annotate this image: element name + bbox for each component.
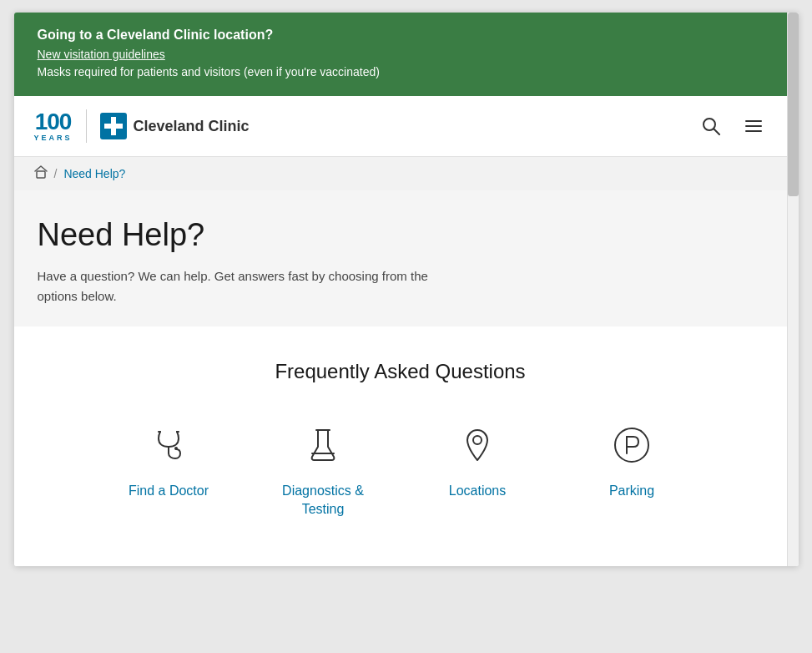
faq-title: Frequently Asked Questions <box>38 360 764 383</box>
breadcrumb-current[interactable]: Need Help? <box>63 167 125 180</box>
faq-section: Frequently Asked Questions Find a Doctor <box>14 326 787 566</box>
faq-item-locations[interactable]: Locations <box>401 413 555 507</box>
faq-item-parking[interactable]: Parking <box>555 413 709 507</box>
parking-icon <box>610 423 653 467</box>
header-icons <box>699 113 767 139</box>
faq-icon-parking <box>607 420 657 470</box>
breadcrumb-separator: / <box>54 167 58 180</box>
menu-icon <box>744 116 764 136</box>
svg-point-11 <box>174 447 178 450</box>
svg-point-14 <box>615 428 648 462</box>
svg-rect-2 <box>104 124 123 129</box>
logo-area: 100 YEARS Cleveland Clinic <box>34 109 250 143</box>
page-wrapper: Going to a Cleveland Clinic location? Ne… <box>14 13 799 566</box>
cc-logo-icon <box>100 113 127 139</box>
page-title: Need Help? <box>38 217 764 253</box>
home-icon <box>34 165 48 179</box>
search-button[interactable] <box>699 114 724 139</box>
breadcrumb: / Need Help? <box>14 157 787 190</box>
faq-icon-find-doctor <box>144 420 194 470</box>
location-pin-icon <box>456 423 499 467</box>
search-icon <box>702 117 720 135</box>
scrollbar-track[interactable] <box>787 13 799 566</box>
page-subtitle: Have a question? We can help. Get answer… <box>38 266 455 306</box>
faq-item-diagnostics[interactable]: Diagnostics &Testing <box>246 413 401 526</box>
green-banner: Going to a Cleveland Clinic location? Ne… <box>14 13 787 96</box>
logo-100-years: 100 YEARS <box>34 110 73 142</box>
faq-icon-locations <box>452 420 502 470</box>
banner-link[interactable]: New visitation guidelines <box>38 48 764 61</box>
banner-heading: Going to a Cleveland Clinic location? <box>38 28 764 43</box>
menu-button[interactable] <box>740 113 767 139</box>
scrollbar-thumb[interactable] <box>788 13 799 196</box>
svg-point-13 <box>473 436 482 444</box>
clinic-name: Cleveland Clinic <box>134 118 250 135</box>
banner-masks-text: Masks required for patients and visitors… <box>38 65 380 78</box>
stethoscope-icon <box>147 423 190 467</box>
breadcrumb-home-icon[interactable] <box>34 165 48 182</box>
faq-grid: Find a Doctor Diagnostics &Testing <box>38 413 764 526</box>
logo-years: YEARS <box>34 134 73 142</box>
main-content: Need Help? Have a question? We can help.… <box>14 190 787 326</box>
flask-icon <box>301 423 345 467</box>
faq-label-locations: Locations <box>449 482 507 500</box>
site-header: 100 YEARS Cleveland Clinic <box>14 96 787 157</box>
logo-number: 100 <box>35 110 72 134</box>
faq-item-find-doctor[interactable]: Find a Doctor <box>92 413 246 507</box>
logo-divider <box>86 109 87 143</box>
content-area: Going to a Cleveland Clinic location? Ne… <box>14 13 787 566</box>
cc-logo: Cleveland Clinic <box>100 113 250 139</box>
faq-label-parking: Parking <box>609 482 654 500</box>
svg-line-4 <box>714 129 719 135</box>
svg-rect-8 <box>37 171 45 178</box>
faq-icon-diagnostics <box>298 420 348 470</box>
faq-label-find-doctor: Find a Doctor <box>129 482 209 500</box>
faq-label-diagnostics: Diagnostics &Testing <box>282 482 364 519</box>
